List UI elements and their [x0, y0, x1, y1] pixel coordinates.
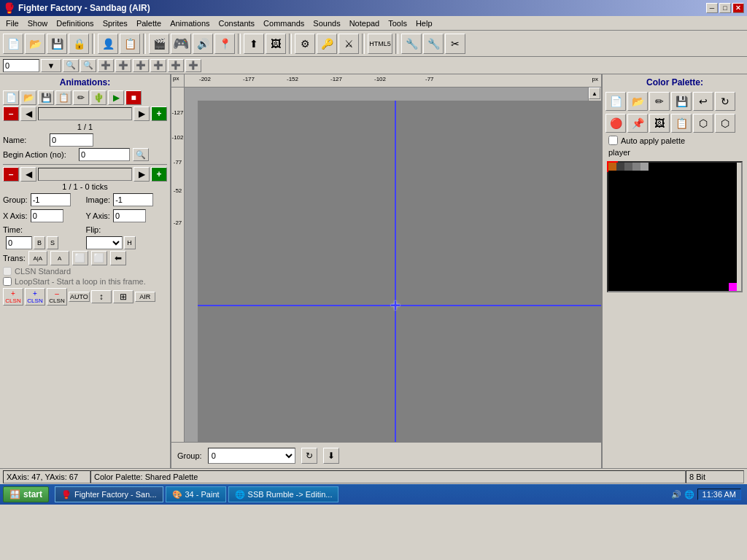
- pal-pin[interactable]: 📌: [627, 114, 648, 133]
- color-cell[interactable]: [729, 259, 737, 267]
- menu-animations[interactable]: Animations: [166, 18, 214, 29]
- color-cell[interactable]: [665, 179, 673, 187]
- trans-clsn2[interactable]: ⬜: [91, 251, 107, 265]
- color-cell[interactable]: [632, 179, 640, 187]
- tb-sword[interactable]: ⚔: [338, 34, 359, 54]
- tb-sound[interactable]: 🔊: [193, 34, 213, 54]
- color-cell[interactable]: [721, 227, 729, 235]
- color-cell[interactable]: [640, 171, 649, 179]
- task-item-ssb[interactable]: 🌐 SSB Rumble -> Editin...: [228, 486, 339, 502]
- color-cell[interactable]: [657, 163, 665, 171]
- pal-edit[interactable]: ✏: [649, 92, 670, 111]
- nav-plus2[interactable]: ➕: [133, 59, 149, 72]
- menu-definitions[interactable]: Definitions: [52, 18, 98, 29]
- color-cell[interactable]: [649, 187, 657, 195]
- color-cell[interactable]: [721, 195, 729, 203]
- color-cell[interactable]: [649, 259, 657, 267]
- color-cell[interactable]: [624, 283, 632, 291]
- color-cell[interactable]: [689, 203, 697, 211]
- zoom-in-btn[interactable]: 🔍: [80, 59, 96, 72]
- color-cell[interactable]: [665, 219, 673, 227]
- color-cell[interactable]: [665, 243, 673, 251]
- color-cell[interactable]: [665, 195, 673, 203]
- pal-new[interactable]: 📄: [605, 92, 626, 111]
- color-cell[interactable]: [616, 187, 624, 195]
- clsn-auto[interactable]: AUTO: [69, 292, 90, 302]
- color-cell[interactable]: [665, 259, 673, 267]
- color-cell[interactable]: [705, 171, 713, 179]
- color-cell[interactable]: [608, 283, 616, 291]
- color-cell[interactable]: [697, 163, 705, 171]
- color-cell[interactable]: [673, 211, 681, 219]
- color-cell[interactable]: [681, 227, 689, 235]
- color-cell[interactable]: [649, 219, 657, 227]
- nav-plus5[interactable]: ➕: [185, 59, 201, 72]
- color-cell[interactable]: [729, 211, 737, 219]
- trans-arrow[interactable]: ⬅: [110, 251, 126, 265]
- menu-sprites[interactable]: Sprites: [98, 18, 132, 29]
- color-cell[interactable]: [665, 211, 673, 219]
- color-cell[interactable]: [624, 235, 632, 243]
- anim-scrollbar[interactable]: [38, 107, 132, 120]
- color-cell[interactable]: [640, 227, 649, 235]
- color-cell[interactable]: [713, 235, 721, 243]
- color-cell[interactable]: [673, 227, 681, 235]
- color-cell[interactable]: [657, 179, 665, 187]
- clsn-add-blue[interactable]: + CLSN: [25, 288, 45, 306]
- color-cell[interactable]: [697, 251, 705, 259]
- color-cell[interactable]: [657, 267, 665, 275]
- color-cell[interactable]: [689, 283, 697, 291]
- color-cell[interactable]: [632, 227, 640, 235]
- color-cell[interactable]: [689, 259, 697, 267]
- color-cell[interactable]: [689, 211, 697, 219]
- color-cell[interactable]: [681, 259, 689, 267]
- color-cell[interactable]: [665, 235, 673, 243]
- color-cell[interactable]: [624, 219, 632, 227]
- tb-wrench[interactable]: 🔧: [401, 34, 422, 54]
- color-cell[interactable]: [665, 163, 673, 171]
- color-cell[interactable]: [640, 187, 649, 195]
- anim-stop[interactable]: ■: [125, 90, 142, 105]
- color-cell[interactable]: [689, 171, 697, 179]
- group-down[interactable]: ⬇: [323, 448, 339, 464]
- color-cell[interactable]: [624, 195, 632, 203]
- color-cell[interactable]: [657, 195, 665, 203]
- tb-lock[interactable]: 🔒: [69, 34, 89, 54]
- color-cell[interactable]: [673, 187, 681, 195]
- color-cell[interactable]: [649, 243, 657, 251]
- canvas-drawing-area[interactable]: [198, 101, 601, 455]
- color-cell[interactable]: [721, 171, 729, 179]
- color-cell[interactable]: [608, 203, 616, 211]
- color-cell[interactable]: [697, 171, 705, 179]
- menu-constants[interactable]: Constants: [214, 18, 260, 29]
- color-cell[interactable]: [640, 267, 649, 275]
- anim-new[interactable]: 📄: [3, 90, 19, 105]
- pal-red-circle[interactable]: 🔴: [605, 114, 626, 133]
- color-cell[interactable]: [616, 195, 624, 203]
- color-cell[interactable]: [673, 195, 681, 203]
- anim-open[interactable]: 📂: [20, 90, 36, 105]
- color-cell[interactable]: [713, 251, 721, 259]
- zoom-input[interactable]: 0: [3, 59, 39, 72]
- flip-select[interactable]: H V HV: [86, 236, 123, 249]
- color-cell[interactable]: [649, 235, 657, 243]
- anim-next[interactable]: ▶: [133, 106, 150, 121]
- zoom-out-btn[interactable]: 🔍: [63, 59, 79, 72]
- color-cell[interactable]: [624, 259, 632, 267]
- tb-clipboard[interactable]: 📋: [120, 34, 140, 54]
- nav-plus4[interactable]: ➕: [168, 59, 184, 72]
- color-cell[interactable]: [657, 283, 665, 291]
- color-cell[interactable]: [632, 243, 640, 251]
- color-cell[interactable]: [657, 211, 665, 219]
- color-cell[interactable]: [705, 219, 713, 227]
- color-cell[interactable]: [649, 171, 657, 179]
- color-cell[interactable]: [697, 227, 705, 235]
- color-cell[interactable]: [729, 203, 737, 211]
- color-cell[interactable]: [689, 227, 697, 235]
- color-cell[interactable]: [616, 203, 624, 211]
- xaxis-input[interactable]: [31, 209, 63, 222]
- auto-apply-check[interactable]: [608, 136, 618, 145]
- zoom-plus-btn[interactable]: ➕: [98, 59, 114, 72]
- color-cell[interactable]: [729, 171, 737, 179]
- tb-settings[interactable]: ⚙: [295, 34, 315, 54]
